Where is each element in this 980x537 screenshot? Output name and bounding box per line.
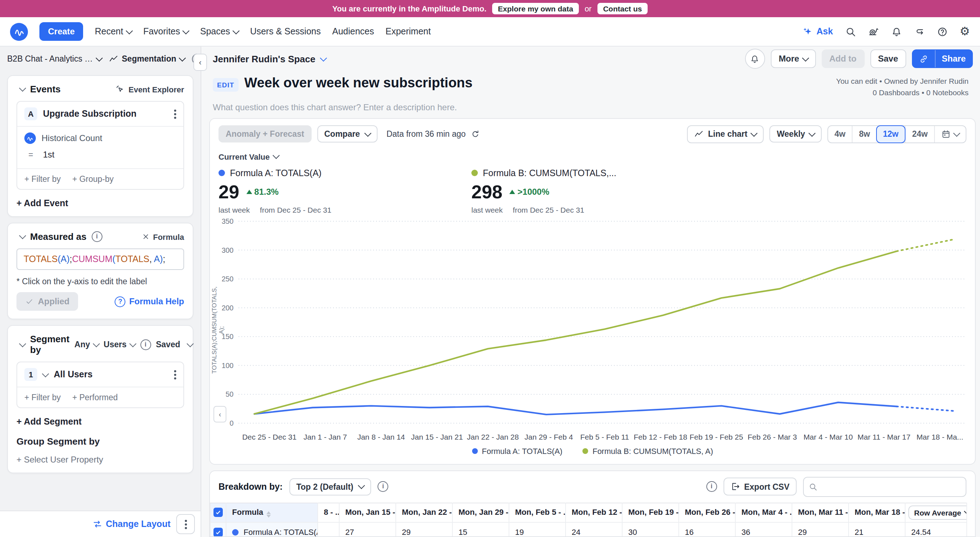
segment-name[interactable]: All Users [54,369,169,380]
segment-menu-icon[interactable] [174,370,176,379]
description-placeholder[interactable]: What question does this chart answer? En… [201,99,980,118]
nav-item-audiences[interactable]: Audiences [332,27,374,37]
segment-filter-by-button[interactable]: + Filter by [24,393,61,402]
table-search[interactable] [803,477,966,497]
metric-name[interactable]: Historical Count [41,133,102,143]
nav-item-users-sessions[interactable]: Users & Sessions [250,27,321,37]
edit-badge[interactable]: EDIT [213,78,239,92]
x-axis-label: Feb 26 - Mar 3 [744,432,800,441]
collapse-section-icon[interactable] [19,84,26,92]
subscribe-bell-button[interactable] [745,49,765,69]
chevron-down-icon [964,508,967,515]
snail-whats-new-icon[interactable] [868,26,879,37]
save-button[interactable]: Save [870,49,906,68]
range-4w[interactable]: 4w [828,126,852,142]
change-layout-button[interactable]: Change Layout [92,519,170,529]
x-axis-label: Jan 15 - Jan 21 [409,432,465,441]
chevron-down-icon [808,129,816,137]
add-event-button[interactable]: + Add Event [16,198,184,208]
chevron-down-icon [126,27,133,34]
remove-formula-button[interactable]: Formula [142,232,184,241]
line-chart-plot[interactable]: TOTALS(A);CUMSUM(TOTALS, A); 05010015020… [210,214,975,430]
info-icon[interactable]: i [706,481,717,492]
bell-icon [750,54,760,64]
chevron-down-icon [364,129,372,137]
add-segment-button[interactable]: + Add Segment [16,417,184,427]
legend-item-a[interactable]: Formula A: TOTALS(A) [472,446,562,455]
range-24w[interactable]: 24w [905,126,934,142]
project-selector[interactable]: B2B Chat - Analytics (1... [7,54,102,63]
range-12w[interactable]: 12w [876,125,906,143]
notifications-bell-icon[interactable] [891,26,902,37]
row-checkbox[interactable] [213,527,223,537]
current-value-dropdown[interactable]: Current Value [218,152,278,161]
help-icon[interactable] [937,26,947,37]
group-by-button[interactable]: + Group-by [72,175,114,183]
any-selector[interactable]: Any [75,340,99,349]
copy-link-icon[interactable] [912,50,934,67]
settings-gear-icon[interactable]: ⚙ [959,26,970,37]
interval-dropdown[interactable]: Weekly [770,125,822,143]
range-8w[interactable]: 8w [852,126,877,142]
event-menu-icon[interactable] [174,109,176,119]
top-n-selector[interactable]: Top 2 (Default) [289,478,371,495]
formula-input[interactable]: TOTALS(A);CUMSUM(TOTALS, A); [16,248,184,270]
panel-overflow-menu-button[interactable] [176,514,195,534]
info-icon[interactable]: i [92,231,102,242]
create-button[interactable]: Create [40,22,83,41]
data-freshness: Data from 36 min ago [387,129,480,138]
row-average-selector[interactable]: Row Average [908,505,967,520]
nav-item-spaces[interactable]: Spaces [200,27,239,37]
event-explorer-button[interactable]: Event Explorer [116,84,184,94]
compare-button[interactable]: Compare [317,125,378,143]
sort-icon[interactable] [267,511,271,517]
amplitude-metric-icon [24,132,36,144]
segment-number-badge: 1 [24,368,37,381]
table-search-input[interactable] [821,481,961,491]
nav-item-favorites[interactable]: Favorites [143,27,189,37]
chevron-down-icon[interactable] [42,370,49,377]
table-row[interactable]: Formula A: TOTALS(A) 2729151924301636292… [210,522,967,537]
filter-by-button[interactable]: + Filter by [24,175,61,183]
performed-button[interactable]: + Performed [72,393,118,402]
operator[interactable]: = [24,150,37,159]
space-selector[interactable]: Jennifer Rudin's Space [213,53,326,64]
chart-title[interactable]: Week over week new subscriptions [244,75,473,91]
contact-us-button[interactable]: Contact us [597,3,648,14]
collapse-section-icon[interactable] [19,232,26,239]
scroll-left-button[interactable]: ‹ [213,406,226,422]
collapse-section-icon[interactable] [19,340,26,347]
formula-help-link[interactable]: ?Formula Help [115,296,184,307]
chart-type-dropdown[interactable]: Line chart [687,125,764,143]
select-all-checkbox[interactable] [213,508,223,517]
legend-item-b[interactable]: Formula B: CUMSUM(TOTALS, A) [582,446,713,455]
refresh-icon[interactable] [471,129,480,138]
search-icon[interactable] [845,26,856,37]
journeys-icon[interactable] [914,26,924,37]
chart-type-selector[interactable]: Segmentation [109,54,185,64]
operand-value[interactable]: 1st [43,149,54,160]
users-selector[interactable]: Users [103,340,135,349]
x-axis-label: Mar 11 - Mar 17 [856,432,912,441]
info-icon[interactable]: i [140,339,151,350]
y-axis-label[interactable]: TOTALS(A);CUMSUM(TOTALS, A); [211,283,225,376]
ask-ai-button[interactable]: Ask [802,26,833,37]
custom-date-button[interactable] [934,126,966,142]
select-user-property-button[interactable]: + Select User Property [16,454,184,465]
collapse-panel-button[interactable]: ‹ [193,54,207,71]
chart-canvas[interactable]: 050100150200250300350 [213,215,972,430]
chevron-down-icon [320,54,328,61]
more-button[interactable]: More [771,49,816,68]
saved-segments-selector[interactable]: Saved [156,340,192,349]
info-icon[interactable]: i [378,481,389,492]
share-button[interactable]: Share [912,49,973,68]
chevron-down-icon [92,340,100,347]
amplitude-logo-icon[interactable] [10,22,28,40]
nav-item-experiment[interactable]: Experiment [385,27,431,37]
events-card: Events Event Explorer A Upgrade Subscrip… [7,75,193,217]
event-name[interactable]: Upgrade Subscription [43,109,169,119]
nav-item-recent[interactable]: Recent [95,27,132,37]
breakdown-label: Breakdown by: [218,481,283,491]
export-csv-button[interactable]: Export CSV [723,478,797,496]
explore-data-button[interactable]: Explore my own data [492,3,579,14]
